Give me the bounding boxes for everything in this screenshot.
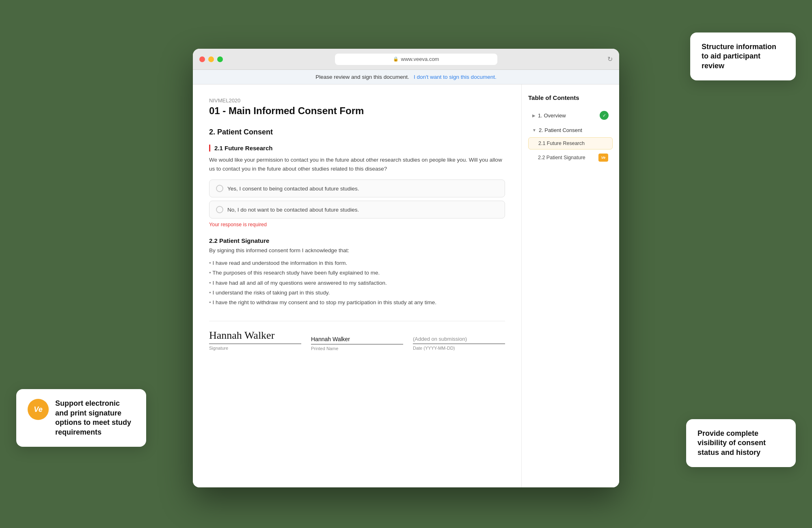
signature-value: Hannah Walker — [209, 329, 301, 344]
close-button[interactable] — [199, 56, 205, 62]
browser-content: Please review and sign this document. I … — [193, 70, 619, 487]
main-content: NIVMEL2020 01 - Main Informed Consent Fo… — [193, 84, 619, 487]
subsection-22-title: 2.2 Patient Signature — [209, 237, 505, 244]
radio-option-yes-label: Yes, I consent to being contacted about … — [227, 186, 359, 192]
callout-bottom-right: Provide complete visibility of consent s… — [686, 419, 796, 467]
toc-item-patient-signature[interactable]: 2.2 Patient Signature Ve — [528, 150, 613, 165]
consent-item-2: The purposes of this research study have… — [209, 268, 505, 278]
callout-bottom-right-title: Provide complete visibility of consent s… — [698, 429, 784, 457]
toc-item-future-research[interactable]: 2.1 Future Research — [528, 137, 613, 149]
notification-text: Please review and sign this document. — [315, 74, 409, 80]
traffic-lights — [199, 56, 223, 62]
consent-item-1: I have read and understood the informati… — [209, 258, 505, 268]
browser-window: 🔒 www.veeva.com ↻ Please review and sign… — [193, 49, 619, 487]
radio-option-yes[interactable]: Yes, I consent to being contacted about … — [209, 180, 505, 197]
date-field: (Added on submission) Date (YYYY-MM-DD) — [413, 329, 505, 351]
checkmark-icon: ✓ — [603, 113, 606, 118]
callout-bottom-left-title: Support electronic and print signature o… — [55, 399, 135, 437]
required-error: Your response is required — [209, 222, 505, 227]
refresh-button[interactable]: ↻ — [607, 55, 613, 63]
toc-title: Table of Contents — [528, 94, 613, 101]
callout-top-right: Structure information to aid participant… — [690, 32, 796, 80]
sidebar: Table of Contents ▶ 1. Overview ✓ ▼ 2. P… — [522, 84, 619, 487]
document-title: 01 - Main Informed Consent Form — [209, 105, 505, 117]
browser-chrome: 🔒 www.veeva.com ↻ — [193, 49, 619, 70]
url-text: www.veeva.com — [401, 56, 439, 62]
section-2-title: 2. Patient Consent — [209, 128, 505, 136]
toc-check-overview: ✓ — [600, 111, 609, 120]
radio-circle-no[interactable] — [216, 206, 223, 213]
date-value: (Added on submission) — [413, 329, 505, 344]
callout-bottom-left-icon: Ve — [28, 399, 49, 420]
subsection-21-text: We would like your permission to contact… — [209, 156, 505, 173]
notification-link[interactable]: I don't want to sign this document. — [414, 74, 497, 80]
veeva-icon: Ve — [28, 399, 49, 420]
toc-arrow-patient-consent: ▼ — [532, 128, 536, 132]
callout-top-right-title: Structure information to aid participant… — [702, 42, 784, 71]
toc-item-overview[interactable]: ▶ 1. Overview ✓ — [528, 108, 613, 123]
consent-item-3: I have had all and all of my questions w… — [209, 278, 505, 288]
lock-icon: 🔒 — [393, 56, 399, 62]
notification-bar: Please review and sign this document. I … — [193, 70, 619, 84]
toc-label-future-research: 2.1 Future Research — [538, 141, 585, 146]
consent-item-4: I understand the risks of taking part in… — [209, 288, 505, 298]
fullscreen-button[interactable] — [217, 56, 223, 62]
veeva-badge-text: Ve — [601, 156, 606, 160]
date-label: Date (YYYY-MM-DD) — [413, 346, 505, 351]
toc-label-patient-signature: 2.2 Patient Signature — [538, 155, 585, 160]
printed-name-value: Hannah Walker — [311, 329, 403, 344]
consent-item-5: I have the right to withdraw my consent … — [209, 298, 505, 307]
signature-label: Signature — [209, 346, 301, 351]
minimize-button[interactable] — [208, 56, 214, 62]
veeva-badge: Ve — [598, 154, 608, 162]
radio-option-no[interactable]: No, I do not want to be contacted about … — [209, 201, 505, 219]
toc-label-patient-consent: 2. Patient Consent — [539, 127, 582, 133]
subsection-22: 2.2 Patient Signature By signing this in… — [209, 237, 505, 307]
radio-option-no-label: No, I do not want to be contacted about … — [227, 207, 359, 213]
toc-badge-patient-signature: Ve — [598, 153, 609, 162]
printed-name-label: Printed Name — [311, 346, 403, 351]
subsection-22-text: By signing this informed consent form I … — [209, 247, 505, 253]
document-area: NIVMEL2020 01 - Main Informed Consent Fo… — [193, 84, 522, 487]
toc-item-patient-consent[interactable]: ▼ 2. Patient Consent — [528, 124, 613, 136]
document-id: NIVMEL2020 — [209, 97, 505, 104]
subsection-21: 2.1 Future Research We would like your p… — [209, 145, 505, 227]
subsection-21-title: 2.1 Future Research — [209, 145, 505, 151]
signature-area: Hannah Walker Signature Hannah Walker Pr… — [209, 321, 505, 351]
radio-circle-yes[interactable] — [216, 185, 223, 192]
callout-bottom-left: Ve Support electronic and print signatur… — [16, 389, 146, 447]
signature-field: Hannah Walker Signature — [209, 329, 301, 351]
printed-name-field: Hannah Walker Printed Name — [311, 329, 403, 351]
consent-list: I have read and understood the informati… — [209, 258, 505, 307]
toc-label-overview: 1. Overview — [538, 113, 566, 119]
veeva-icon-text: Ve — [34, 405, 42, 414]
address-bar: 🔒 www.veeva.com — [335, 54, 497, 65]
toc-arrow-overview: ▶ — [532, 113, 536, 118]
